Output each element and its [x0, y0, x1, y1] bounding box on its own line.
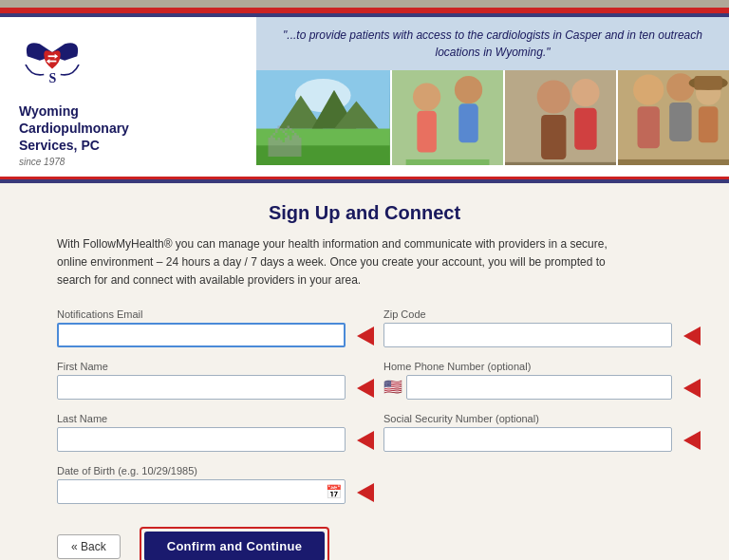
form-col-right: Zip Code Home Phone Number (optional) 🇺🇸… — [383, 308, 672, 517]
first-name-field: First Name — [57, 361, 346, 400]
header-images — [256, 70, 729, 177]
notifications-email-input[interactable] — [57, 323, 346, 347]
top-border — [0, 0, 729, 8]
last-name-label: Last Name — [57, 413, 346, 424]
svg-point-13 — [413, 83, 440, 110]
svg-rect-11 — [256, 145, 390, 165]
first-name-input[interactable] — [57, 375, 346, 400]
home-phone-arrow — [683, 379, 701, 398]
zip-code-label: Zip Code — [383, 308, 672, 320]
people2-svg — [505, 70, 616, 165]
last-name-field: Last Name — [57, 413, 346, 452]
us-flag-icon: 🇺🇸 — [383, 380, 402, 395]
logo-container: S — [19, 31, 85, 98]
svg-rect-14 — [417, 111, 436, 153]
last-name-arrow — [357, 431, 374, 450]
svg-rect-20 — [541, 115, 566, 159]
ssn-label: Social Security Number (optional) — [383, 413, 672, 424]
dob-arrow — [357, 483, 374, 502]
form-col-left: Notifications Email First Name Last Name — [57, 308, 346, 517]
home-phone-label: Home Phone Number (optional) — [383, 361, 672, 372]
svg-point-21 — [571, 79, 599, 106]
home-phone-field: Home Phone Number (optional) 🇺🇸 — [383, 361, 672, 400]
people3-svg — [618, 70, 729, 165]
header-image-people2 — [505, 70, 618, 165]
svg-rect-30 — [699, 106, 718, 142]
notifications-email-arrow — [357, 327, 374, 345]
header-image-people3 — [618, 70, 729, 165]
home-phone-input[interactable] — [406, 375, 672, 400]
svg-rect-33 — [618, 159, 729, 165]
first-name-label: First Name — [57, 361, 346, 372]
header-left: S Wyoming Cardiopulmonary Services, PC s… — [0, 17, 256, 177]
ssn-field: Social Security Number (optional) — [383, 413, 672, 452]
header-image-nature — [256, 70, 392, 165]
form-buttons: « Back Confirm and Continue — [57, 527, 672, 560]
zip-code-input[interactable] — [383, 323, 672, 347]
zip-code-arrow — [683, 327, 701, 345]
dob-input[interactable] — [57, 479, 346, 504]
first-name-arrow — [357, 379, 374, 398]
ssn-input[interactable] — [383, 427, 672, 452]
svg-rect-16 — [458, 103, 477, 142]
svg-rect-28 — [669, 103, 691, 141]
dob-label: Date of Birth (e.g. 10/29/1985) — [57, 465, 346, 476]
svg-point-19 — [536, 80, 570, 113]
last-name-input[interactable] — [57, 427, 346, 452]
svg-rect-22 — [574, 108, 596, 150]
confirm-button-wrapper: Confirm and Continue — [140, 527, 330, 560]
company-since: since 1978 — [19, 157, 65, 167]
nature-svg — [256, 70, 390, 165]
signup-description: With FollowMyHealth® you can manage your… — [57, 235, 608, 290]
svg-text:S: S — [49, 71, 57, 85]
header-image-people1 — [392, 70, 505, 165]
header-quote: "...to provide patients with access to t… — [256, 17, 729, 70]
people1-svg — [392, 70, 503, 165]
signup-form: Notifications Email First Name Last Name — [57, 308, 672, 560]
back-button[interactable]: « Back — [57, 534, 121, 559]
phone-wrapper: 🇺🇸 — [383, 375, 672, 400]
zip-code-field: Zip Code — [383, 308, 672, 347]
svg-rect-12 — [392, 70, 503, 165]
main-content: Sign Up and Connect With FollowMyHealth®… — [0, 183, 729, 560]
svg-point-15 — [454, 76, 481, 103]
svg-point-27 — [666, 73, 694, 101]
svg-rect-26 — [637, 106, 659, 148]
svg-rect-17 — [405, 159, 489, 165]
company-logo: S — [19, 31, 85, 98]
signup-title: Sign Up and Connect — [57, 202, 672, 224]
header: S Wyoming Cardiopulmonary Services, PC s… — [0, 17, 729, 179]
svg-rect-32 — [694, 76, 721, 90]
svg-point-25 — [633, 75, 664, 105]
notifications-email-label: Notifications Email — [57, 308, 346, 320]
form-grid: Notifications Email First Name Last Name — [57, 308, 672, 517]
dob-field: Date of Birth (e.g. 10/29/1985) 📅 — [57, 465, 346, 504]
header-right: "...to provide patients with access to t… — [256, 17, 729, 177]
dob-input-wrapper: 📅 — [57, 479, 346, 504]
svg-rect-23 — [505, 162, 616, 165]
notifications-email-field: Notifications Email — [57, 308, 346, 347]
ssn-arrow — [683, 431, 701, 450]
company-name: Wyoming Cardiopulmonary Services, PC — [19, 103, 129, 155]
confirm-button[interactable]: Confirm and Continue — [144, 532, 326, 560]
